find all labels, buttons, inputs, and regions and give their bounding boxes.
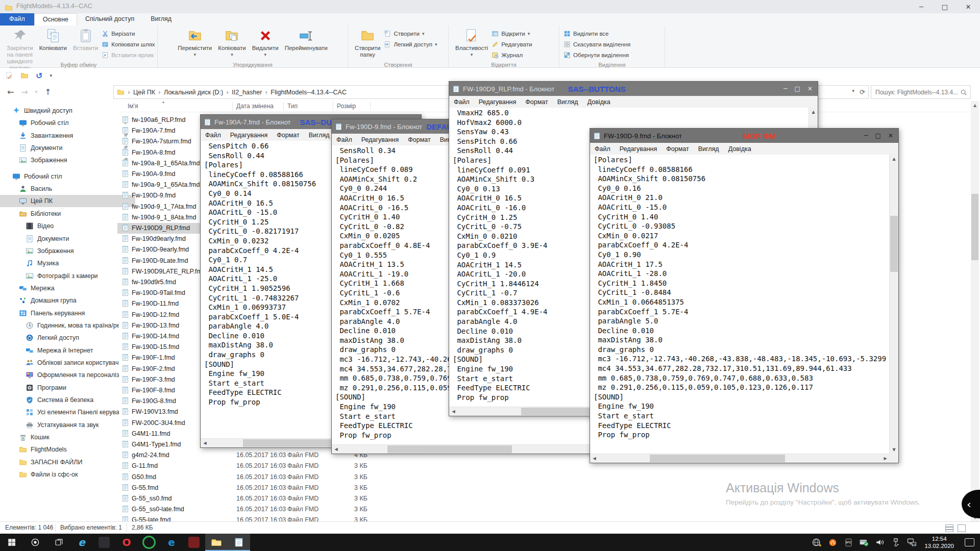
action-center-button[interactable] [961,538,978,546]
column-name[interactable]: Ім'я [128,103,138,110]
tray-payment-check-icon[interactable] [858,537,870,547]
icons-view-button[interactable] [958,524,966,532]
column-type[interactable]: Тип [287,103,298,110]
minimize-button[interactable]: ─ [910,0,933,13]
scrollbar-thumb[interactable] [971,194,978,260]
sidebar-item-pc[interactable]: Цей ПК [0,195,135,207]
start-button[interactable] [0,534,23,551]
sidebar-item-lib[interactable]: Бібліотеки [0,208,135,220]
copy-to-button[interactable]: Копіювати▾ [215,27,248,59]
sidebar-item-folder[interactable]: ЗАПАСНІ ФАЙЛИ [0,456,135,468]
sidebar-item-pic[interactable]: Зображення [0,154,135,166]
menu-item[interactable]: Довідка [724,145,756,153]
scroll-left-icon[interactable]: ◀ [590,454,599,463]
tray-network-warning-icon[interactable] [811,537,823,547]
cut-button[interactable]: Вирізати [102,28,155,39]
taskbar-media-app-icon[interactable] [183,534,205,551]
taskbar-clock[interactable]: 12:54 13.02.2020 [921,535,957,549]
scroll-up-icon[interactable]: ▲ [890,155,898,163]
sidebar-item-doc[interactable]: Документи [0,142,135,154]
sidebar-item-folder[interactable]: FlightModels [0,443,135,456]
scroll-left-icon[interactable]: ◀ [201,439,209,447]
qat-customize-icon[interactable]: ▾ [50,73,52,78]
menu-item[interactable]: Файл [449,98,474,106]
menu-item[interactable]: Файл [590,145,615,153]
sidebar-item-desktop[interactable]: Робочий стіл [0,117,135,129]
notepad-titlebar[interactable]: FW-190D9_RLP.fmd - БлокнотSAS--BUTTONS─□… [449,82,818,96]
taskbar-opera-icon[interactable]: O [115,534,138,551]
scroll-left-icon[interactable]: ◀ [332,445,340,454]
file-row[interactable]: G-55-late.fmd16.05.2017 16:03Файл FMD3 К… [117,515,971,521]
tray-avast-icon[interactable] [826,538,839,547]
explorer-titlebar[interactable]: FlightModels--4.13.4--CAC ─ □ ✕ [0,0,980,14]
taskbar-notepad-icon[interactable] [228,534,250,551]
menu-item[interactable]: Редагування [474,98,521,106]
sidebar-item-desktop[interactable]: Робочий стіл [0,170,129,183]
close-button[interactable]: ✕ [807,85,813,92]
minimize-button[interactable]: ─ [864,132,868,139]
forward-button[interactable]: → [21,87,28,97]
menu-item[interactable]: Формат [272,132,304,139]
rename-button[interactable]: Перейменувати [282,27,330,53]
taskbar-utorrent-icon[interactable] [138,534,160,551]
notepad-hscrollbar[interactable]: ◀▶ [590,454,890,463]
new-item-button[interactable]: Створити▾ [384,28,437,39]
close-button[interactable]: ✕ [957,0,980,13]
menu-item[interactable]: Редагування [615,145,662,153]
tab-home[interactable]: Основне [34,13,77,26]
menu-item[interactable]: Файл [201,132,226,139]
scroll-up-icon[interactable]: ▲ [971,101,979,109]
scroll-up-icon[interactable]: ▲ [809,108,818,116]
maximize-button[interactable]: □ [933,0,957,13]
menu-item[interactable]: Формат [662,145,693,153]
notepad-vscrollbar[interactable]: ▲▼ [889,155,898,454]
tray-epic-games-icon[interactable] [842,538,854,547]
recent-locations-icon[interactable]: ▾ [35,89,38,94]
easy-access-button[interactable]: Легкий доступ▾ [384,39,437,49]
tab-file[interactable]: Файл [0,13,34,26]
move-to-button[interactable]: Перемістити▾ [175,27,214,59]
open-button[interactable]: Відкрити▾ [492,28,532,39]
task-view-button[interactable] [47,534,70,551]
select-all-button[interactable]: Виділити все [564,28,630,39]
scroll-down-icon[interactable]: ▼ [890,445,898,454]
explorer-scrollbar[interactable]: ▲ ▼ [971,101,979,521]
breadcrumb-item[interactable]: II2_hasher [230,89,264,96]
sidebar-item-bin[interactable]: Кошик [0,431,135,443]
menu-item[interactable]: Довідка [583,98,615,106]
notepad-titlebar[interactable]: FW-190D-9.fmd - БлокнотМОЯ ФМ─□✕ [590,129,898,143]
invert-selection-button[interactable]: Обернути виділення [564,49,630,60]
tab-view[interactable]: Вигляд [142,13,180,26]
paste-shortcut-button[interactable]: Вставити ярлик [102,49,155,60]
paste-button[interactable]: Вставити [70,27,101,53]
menu-item[interactable]: Формат [403,136,435,143]
scroll-left-icon[interactable]: ◀ [449,407,458,416]
taskbar-edge-icon[interactable]: e [160,534,183,551]
new-folder-qat-icon[interactable] [20,71,29,80]
taskbar-internet-explorer-icon[interactable]: e [70,534,93,551]
sidebar-item-star[interactable]: Швидкий доступ [0,105,129,117]
maximize-button[interactable]: □ [795,85,800,92]
copy-button[interactable]: Копіювати [37,27,69,53]
breadcrumb-item[interactable]: FlightModels--4.13.4--CAC [268,89,349,96]
breadcrumb-item[interactable]: Цей ПК [131,89,157,96]
notepad-hscrollbar[interactable]: ◀▶ [332,444,609,454]
tab-share[interactable]: Спільний доступ [77,13,142,26]
search-box[interactable] [871,85,971,99]
menu-item[interactable]: Редагування [357,136,404,143]
menu-item[interactable]: Редагування [226,132,273,139]
menu-item[interactable]: Файл [332,136,357,143]
search-icon[interactable] [960,89,967,96]
search-input[interactable] [871,88,960,96]
column-size[interactable]: Розмір [337,103,356,110]
up-button[interactable]: ↑ [44,87,51,97]
taskbar-file-explorer-icon[interactable] [205,534,228,551]
sidebar-item-group[interactable]: Домашня група [0,294,135,307]
breadcrumb-item[interactable]: Локальний диск (D:) [162,89,225,96]
sidebar-item-folder[interactable]: Файли із сфс-ок [0,468,135,481]
details-view-button[interactable] [945,524,953,532]
address-dropdown-icon[interactable]: ▾ [852,88,855,96]
search-button[interactable] [23,534,47,551]
minimize-button[interactable]: ─ [783,85,787,92]
menu-item[interactable]: Вигляд [304,132,334,139]
